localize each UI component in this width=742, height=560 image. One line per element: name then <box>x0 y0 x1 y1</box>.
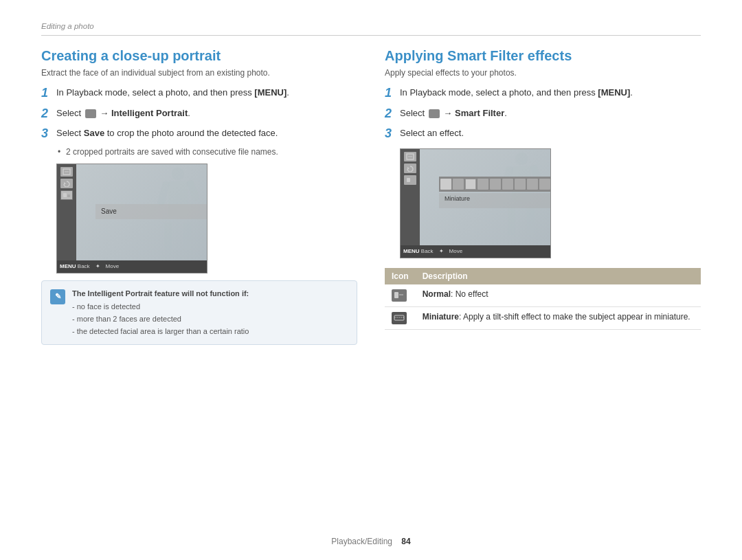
filter-icon-8 <box>527 179 538 190</box>
left-step-2-text: Select → Intelligent Portrait. <box>56 107 190 120</box>
left-menu-label: MENU Back <box>60 263 90 269</box>
right-step-2-text: Select → Smart Filter. <box>400 107 507 120</box>
right-screen-sidebar <box>401 149 420 258</box>
table-cell-icon-normal <box>385 284 416 307</box>
table-cell-icon-miniature <box>385 306 416 329</box>
svg-rect-4 <box>67 194 70 197</box>
right-screen-bottom-text: MENU Back ✦ Move <box>403 248 462 254</box>
left-back-label: Back <box>78 263 90 269</box>
svg-rect-9 <box>411 179 414 182</box>
left-step-1-text: In Playback mode, select a photo, and th… <box>56 86 289 100</box>
filter-icon-9 <box>539 179 550 190</box>
left-step-3: 3 Select Save to crop the photo around t… <box>41 126 357 142</box>
left-move-symbol: ✦ <box>95 263 100 269</box>
left-section-title: Creating a close-up portrait <box>41 48 357 64</box>
right-filter-bar <box>439 177 550 192</box>
table-header-description: Description <box>416 268 701 284</box>
filter-icon-6 <box>502 179 513 190</box>
right-column: Applying Smart Filter effects Apply spec… <box>385 48 701 345</box>
page-footer: Playback/Editing 84 <box>0 537 742 546</box>
right-move-label: Move <box>449 248 463 254</box>
note-item-3: - the detected facial area is larger tha… <box>72 326 249 338</box>
filter-icon-2 <box>453 179 464 190</box>
left-column: Creating a close-up portrait Extract the… <box>41 48 357 345</box>
right-screen-main: Miniature <box>420 149 550 258</box>
right-section-title: Applying Smart Filter effects <box>385 48 701 64</box>
right-step-3-text: Select an effect. <box>400 126 464 140</box>
footer-page: 84 <box>401 537 410 546</box>
left-screen-bottom-bar: MENU Back ✦ Move <box>57 260 207 273</box>
left-bullet: 2 cropped portraits are saved with conse… <box>56 147 357 157</box>
screen-icon-1 <box>60 167 73 177</box>
left-step-2: 2 Select → Intelligent Portrait. <box>41 107 357 122</box>
note-text: The Intelligent Portrait feature will no… <box>72 288 249 337</box>
left-move-label: Move <box>106 263 120 269</box>
right-move-symbol: ✦ <box>439 248 444 254</box>
right-screen-miniature-label: Miniature <box>445 195 470 202</box>
table-cell-desc-miniature: Miniature: Apply a tilt-shift effect to … <box>416 306 701 329</box>
right-step-3-num: 3 <box>385 126 400 142</box>
note-title: The Intelligent Portrait feature will no… <box>72 288 249 300</box>
left-screen-sidebar <box>57 164 76 273</box>
screen-icon-3 <box>60 190 73 200</box>
right-step-1-num: 1 <box>385 86 400 101</box>
right-screen-icon-1 <box>404 152 416 161</box>
svg-marker-2 <box>64 182 66 185</box>
top-section: Editing a photo <box>41 21 701 36</box>
miniature-icon <box>392 312 407 324</box>
left-screen-save-label: Save <box>101 208 117 215</box>
table-row-normal: Normal: No effect <box>385 284 701 307</box>
left-step-3-num: 3 <box>41 126 56 142</box>
svg-rect-3 <box>63 193 67 197</box>
miniature-desc: : Apply a tilt-shift effect to make the … <box>459 312 690 322</box>
left-step-2-num: 2 <box>41 107 56 122</box>
screen-icon-2 <box>60 179 73 188</box>
right-step-1-text: In Playback mode, select a photo, and th… <box>400 86 633 100</box>
normal-desc: : No effect <box>451 289 488 299</box>
right-screen-mockup: Miniature MENU Back ✦ Move <box>400 148 551 258</box>
table-cell-desc-normal: Normal: No effect <box>416 284 701 307</box>
right-step-2: 2 Select → Smart Filter. <box>385 107 701 122</box>
table-row-miniature: Miniature: Apply a tilt-shift effect to … <box>385 306 701 329</box>
table-header-row: Icon Description <box>385 268 701 284</box>
breadcrumb: Editing a photo <box>41 22 94 30</box>
normal-icon <box>392 289 407 302</box>
footer-label: Playback/Editing <box>331 537 392 546</box>
note-item-2: - more than 2 faces are detected <box>72 313 249 326</box>
filter-icon-5 <box>490 179 501 190</box>
left-note-box: ✎ The Intelligent Portrait feature will … <box>41 280 357 345</box>
page-container: Editing a photo Creating a close-up port… <box>0 0 742 560</box>
note-icon: ✎ <box>50 289 65 304</box>
normal-label: Normal <box>423 289 451 299</box>
svg-rect-10 <box>394 292 398 298</box>
filter-icon-4 <box>477 179 488 190</box>
icon-description-table: Icon Description Normal: No effect <box>385 268 701 330</box>
filter-icon-1 <box>440 179 451 190</box>
left-bullet-item: 2 cropped portraits are saved with conse… <box>58 147 357 157</box>
right-step-1: 1 In Playback mode, select a photo, and … <box>385 86 701 101</box>
svg-rect-12 <box>394 315 404 320</box>
right-back-label: Back <box>421 248 434 254</box>
svg-rect-8 <box>407 178 410 182</box>
left-screen-mockup: Save MENU Back ✦ Move <box>56 164 207 273</box>
right-screen-icon-3 <box>404 175 416 185</box>
right-step-3: 3 Select an effect. <box>385 126 701 142</box>
right-step-2-num: 2 <box>385 107 400 122</box>
right-screen-icon-2 <box>404 164 416 173</box>
left-step-1: 1 In Playback mode, select a photo, and … <box>41 86 357 101</box>
svg-marker-7 <box>407 167 409 170</box>
left-step-3-text: Select Save to crop the photo around the… <box>56 126 278 140</box>
left-screen-bottom-text: MENU Back ✦ Move <box>60 263 119 269</box>
right-menu-label: MENU Back <box>403 248 434 254</box>
left-screen-main: Save <box>76 164 207 273</box>
note-item-1: - no face is detected <box>72 301 249 313</box>
miniature-label: Miniature <box>423 312 459 322</box>
filter-icon-7 <box>515 179 526 190</box>
right-section-subtitle: Apply special effects to your photos. <box>385 68 701 78</box>
table-header-icon: Icon <box>385 268 416 284</box>
right-screen-bottom-bar: MENU Back ✦ Move <box>401 245 550 258</box>
filter-icon-selected <box>465 179 476 190</box>
left-section-subtitle: Extract the face of an individual subjec… <box>41 68 357 78</box>
left-step-1-num: 1 <box>41 86 56 101</box>
columns: Creating a close-up portrait Extract the… <box>41 48 701 345</box>
